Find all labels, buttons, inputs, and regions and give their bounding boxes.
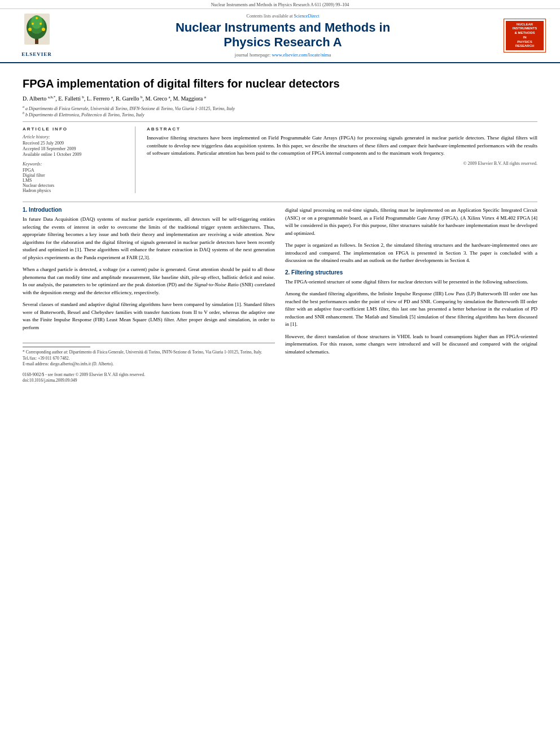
body-columns: 1. Introduction In future Data Acquisiti… bbox=[23, 207, 537, 384]
filtering-para-1: The FPGA-oriented structure of some digi… bbox=[285, 278, 537, 286]
article-info-row: ARTICLE INFO Article history: Received 2… bbox=[23, 126, 537, 193]
article-info-col: ARTICLE INFO Article history: Received 2… bbox=[23, 126, 135, 193]
contents-text: Contents lists available at bbox=[247, 14, 294, 19]
elsevier-label: ELSEVIER bbox=[21, 51, 52, 57]
journal-header-right: NUCLEARINSTRUMENTS& METHODSINPHYSICSRESE… bbox=[504, 19, 549, 53]
right-intro-para-1: digital signal processing on real-time s… bbox=[285, 207, 537, 237]
svg-point-9 bbox=[36, 17, 38, 19]
filtering-para-3: However, the direct translation of those… bbox=[285, 333, 537, 356]
intro-heading: 1. Introduction bbox=[23, 207, 275, 213]
available-date: Available online 1 October 2009 bbox=[23, 152, 126, 157]
journal-homepage: journal homepage: www.elsevier.com/locat… bbox=[68, 52, 498, 58]
copyright-text: © 2009 Elsevier B.V. All rights reserved… bbox=[147, 161, 537, 166]
journal-title: Nuclear Instruments and Methods in Physi… bbox=[68, 20, 498, 50]
divider-2 bbox=[23, 202, 537, 202]
abstract-col: ABSTRACT Innovative filtering structures… bbox=[147, 126, 537, 193]
intro-para-3: Several classes of standard and adaptive… bbox=[23, 301, 275, 331]
affiliation-a: a a Dipartimento di Fisica Generale, Uni… bbox=[23, 105, 537, 111]
authors: D. Alberto a,b,*, E. Falletti b, L. Ferr… bbox=[23, 95, 537, 102]
homepage-label: journal homepage: bbox=[235, 52, 271, 58]
svg-point-5 bbox=[28, 28, 32, 31]
keyword-nuclear-detectors: Nuclear detectors bbox=[23, 183, 126, 188]
intro-para-1: In future Data Acquisition (DAQ) systems… bbox=[23, 216, 275, 261]
keyword-digital-filter: Digital filter bbox=[23, 173, 126, 178]
journal-logo-text: NUCLEARINSTRUMENTS& METHODSINPHYSICSRESE… bbox=[506, 21, 544, 51]
keyword-lms: LMS bbox=[23, 178, 126, 183]
journal-header: ELSEVIER Contents lists available at Sci… bbox=[0, 9, 560, 63]
top-bar: Nuclear Instruments and Methods in Physi… bbox=[0, 0, 560, 9]
svg-point-7 bbox=[32, 23, 34, 25]
svg-point-8 bbox=[40, 23, 42, 25]
corresponding-author-note: * Corresponding author at: Dipartimento … bbox=[23, 350, 275, 361]
keywords-label: Keywords: bbox=[23, 161, 126, 167]
svg-point-6 bbox=[42, 28, 45, 31]
article-content: FPGA implementation of digital filters f… bbox=[0, 63, 560, 395]
accepted-date: Accepted 18 September 2009 bbox=[23, 146, 126, 151]
abstract-title: ABSTRACT bbox=[147, 126, 537, 132]
intro-para-2: When a charged particle is detected, a v… bbox=[23, 266, 275, 296]
elsevier-tree-icon bbox=[21, 14, 53, 50]
article-info-title: ARTICLE INFO bbox=[23, 126, 126, 132]
homepage-link[interactable]: www.elsevier.com/locate/nima bbox=[272, 52, 331, 58]
received-date: Received 25 July 2009 bbox=[23, 141, 126, 146]
journal-title-line2: Physics Research A bbox=[224, 35, 342, 49]
elsevier-logo: ELSEVIER bbox=[11, 14, 62, 57]
right-intro-para-2: The paper is organized as follows. In Se… bbox=[285, 242, 537, 265]
sciencedirect-link[interactable]: ScienceDirect bbox=[294, 14, 320, 19]
filtering-heading: 2. Filtering structures bbox=[285, 269, 537, 276]
body-col-right: digital signal processing on real-time s… bbox=[285, 207, 537, 384]
keyword-fpga: FPGA bbox=[23, 168, 126, 173]
journal-header-left: ELSEVIER bbox=[11, 14, 62, 57]
journal-title-line1: Nuclear Instruments and Methods in bbox=[176, 20, 390, 34]
journal-logo-box: NUCLEARINSTRUMENTS& METHODSINPHYSICSRESE… bbox=[504, 19, 546, 53]
top-bar-text: Nuclear Instruments and Methods in Physi… bbox=[211, 2, 349, 7]
footer-license-area: 0168-9002/$ - see front matter © 2009 El… bbox=[23, 372, 275, 384]
abstract-text: Innovative filtering structures have bee… bbox=[147, 134, 537, 158]
keyword-hadron-physics: Hadron physics bbox=[23, 188, 126, 193]
affiliations: a a Dipartimento di Fisica Generale, Uni… bbox=[23, 105, 537, 117]
journal-header-center: Contents lists available at ScienceDirec… bbox=[62, 14, 504, 58]
authors-text: D. Alberto a,b,*, E. Falletti b, L. Ferr… bbox=[23, 95, 206, 102]
license-note: 0168-9002/$ - see front matter © 2009 El… bbox=[23, 372, 275, 378]
affiliation-b: b b Dipartimento di Elettronica, Politec… bbox=[23, 111, 537, 117]
email-note: E-mail address: diego.alberto@to.infn.it… bbox=[23, 361, 275, 368]
doi-note: doi:10.1016/j.nima.2009.09.049 bbox=[23, 378, 275, 384]
article-title: FPGA implementation of digital filters f… bbox=[23, 77, 537, 90]
divider-1 bbox=[23, 121, 537, 122]
footer-divider-line bbox=[23, 347, 90, 347]
contents-line: Contents lists available at ScienceDirec… bbox=[68, 14, 498, 19]
footer-area: * Corresponding author at: Dipartimento … bbox=[23, 343, 275, 384]
filtering-para-2: Among the standard filtering algorithms,… bbox=[285, 290, 537, 329]
body-col-left: 1. Introduction In future Data Acquisiti… bbox=[23, 207, 275, 384]
history-label: Article history: bbox=[23, 134, 126, 139]
